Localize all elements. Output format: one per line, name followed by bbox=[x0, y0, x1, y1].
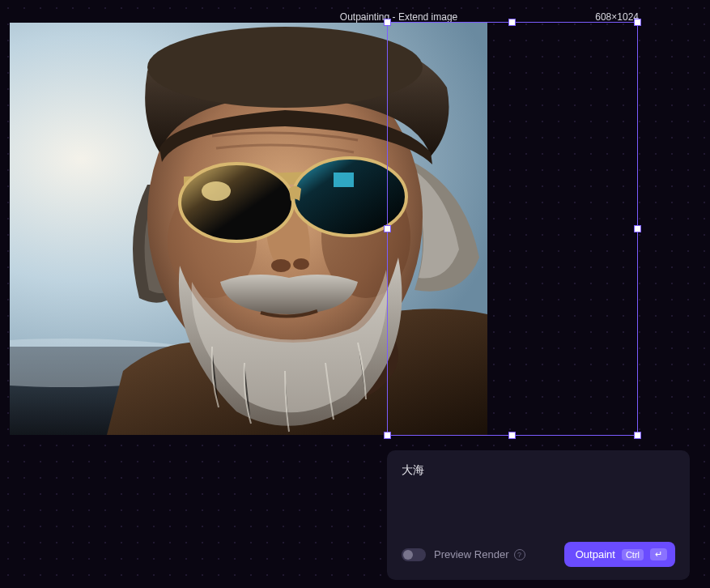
dimensions-label: 608×1024 bbox=[595, 11, 639, 23]
resize-handle-top[interactable] bbox=[508, 19, 516, 26]
svg-point-12 bbox=[202, 181, 231, 201]
resize-handle-bottom-right[interactable] bbox=[634, 432, 641, 439]
resize-handle-top-right[interactable] bbox=[634, 19, 641, 26]
resize-handle-left[interactable] bbox=[384, 225, 391, 232]
preview-render-toggle[interactable] bbox=[402, 548, 426, 561]
shortcut-enter-badge: ↵ bbox=[650, 548, 667, 560]
prompt-input[interactable] bbox=[402, 463, 675, 502]
outpaint-panel: Preview Render ? Outpaint Ctrl ↵ bbox=[387, 450, 690, 580]
preview-render-label: Preview Render ? bbox=[434, 548, 525, 560]
outpaint-button[interactable]: Outpaint Ctrl ↵ bbox=[564, 542, 675, 567]
tool-label: Outpainting - Extend image bbox=[340, 11, 457, 23]
shortcut-ctrl-badge: Ctrl bbox=[622, 549, 644, 560]
outpaint-button-label: Outpaint bbox=[576, 548, 615, 560]
help-icon[interactable]: ? bbox=[514, 549, 525, 560]
resize-handle-right[interactable] bbox=[634, 225, 641, 232]
resize-handle-top-left[interactable] bbox=[384, 19, 391, 26]
svg-point-7 bbox=[293, 258, 309, 270]
svg-rect-15 bbox=[334, 173, 354, 187]
resize-handle-bottom-left[interactable] bbox=[384, 432, 391, 439]
svg-point-5 bbox=[147, 27, 423, 108]
outpaint-selection-box[interactable] bbox=[387, 22, 638, 436]
preview-render-control: Preview Render ? bbox=[402, 548, 525, 561]
svg-point-6 bbox=[271, 259, 291, 272]
resize-handle-bottom[interactable] bbox=[508, 432, 516, 439]
canvas-area[interactable] bbox=[10, 23, 487, 435]
